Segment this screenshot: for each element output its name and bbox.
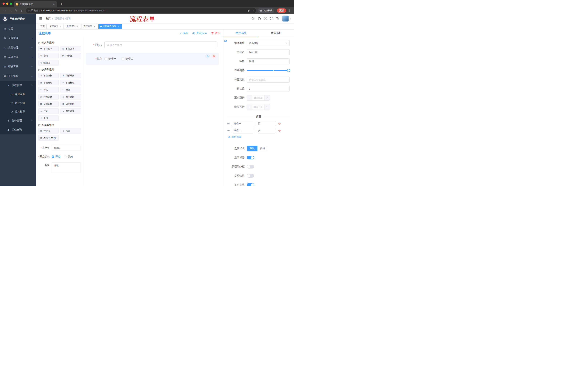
option-value-input[interactable] — [256, 121, 276, 126]
bookmark-star-icon[interactable]: ☆ — [252, 9, 254, 12]
palette-item-checkbox-group[interactable]: ☑多选框组 — [60, 80, 81, 85]
sidebar-item-payment-mgmt[interactable]: ¥ 支付管理 ∨ — [0, 43, 36, 53]
sidebar-item-leave-query[interactable]: ♟ 请假查询 — [0, 125, 36, 134]
palette-item-single-text[interactable]: ▭单行文本 — [38, 46, 59, 51]
palette-item-time-range[interactable]: ◶时间范围 — [60, 94, 81, 100]
window-zoom-button[interactable] — [10, 2, 12, 5]
status-off-radio[interactable]: 关闭 — [64, 154, 73, 159]
option-label-input[interactable] — [231, 128, 254, 133]
palette-item-switch[interactable]: ⊶开关 — [38, 87, 59, 93]
sidebar-item-dev-tools[interactable]: ⚒ 研发工具 ∨ — [0, 62, 36, 71]
security-warning-icon[interactable]: ⚠ — [28, 9, 30, 12]
style-button-button[interactable]: 按钮 — [257, 146, 268, 151]
window-close-button[interactable] — [2, 2, 5, 5]
default-value-input[interactable] — [247, 86, 290, 92]
tag-close-icon[interactable]: × — [59, 25, 62, 28]
decrement-button[interactable]: − — [247, 95, 252, 100]
label-width-input[interactable] — [247, 77, 290, 83]
palette-item-editor[interactable]: ¶编辑器 — [38, 60, 59, 65]
style-default-button[interactable]: 默认 — [247, 146, 257, 151]
window-minimize-button[interactable] — [6, 2, 8, 5]
disabled-toggle[interactable] — [247, 174, 254, 178]
title-input[interactable] — [247, 58, 290, 64]
sidebar-item-task-mgmt[interactable]: ⋔ 任务管理 ∨ — [0, 116, 36, 125]
palette-item-color-picker[interactable]: ◑颜色选择 — [60, 108, 81, 114]
back-icon[interactable]: ← — [2, 9, 7, 12]
component-type-select[interactable]: 多选框组 ∨ — [247, 40, 290, 46]
user-avatar-menu[interactable]: ∨ — [282, 15, 291, 22]
add-option-button[interactable]: ⊕ 添加选项 — [227, 134, 290, 140]
palette-item-table[interactable]: ⊞表格[开发中] — [38, 135, 59, 141]
sidebar-item-process-mgmt[interactable]: ≡ 流程管理 ∧ — [0, 81, 36, 90]
home-icon[interactable]: ⌂ — [19, 9, 24, 12]
palette-item-radio-group[interactable]: ◉单选框组 — [38, 80, 59, 85]
field-name-input[interactable] — [247, 49, 290, 55]
form-canvas[interactable]: 手机号 性别 选项一 选项二 — [83, 37, 223, 186]
palette-item-multi-text[interactable]: ▤多行文本 — [60, 46, 81, 51]
sidebar-item-infrastructure[interactable]: ▤ 基础设施 ∨ — [0, 53, 36, 62]
sidebar-item-user-group[interactable]: ◫ 用户分组 — [0, 99, 36, 107]
option-label-input[interactable] — [231, 121, 254, 126]
palette-item-cascader[interactable]: ⋔级联选择 — [60, 73, 81, 78]
browser-menu-icon[interactable]: ⋮ — [287, 9, 292, 12]
tab-form-props[interactable]: 表单属性 — [259, 30, 294, 37]
fullscreen-icon[interactable] — [270, 17, 273, 20]
delete-field-button[interactable] — [211, 54, 216, 58]
remove-option-icon[interactable]: ⊖ — [278, 122, 281, 125]
save-button[interactable]: ✓ 保存 — [179, 32, 188, 35]
form-name-input[interactable] — [52, 145, 81, 151]
github-icon[interactable] — [258, 17, 261, 20]
option-value-input[interactable] — [256, 128, 276, 133]
sidebar-item-workflow[interactable]: ▣ 工作流程 ∧ — [0, 71, 36, 81]
gender-option1-checkbox[interactable]: 选项一 — [105, 57, 116, 60]
sidebar-toggle-icon[interactable] — [39, 17, 42, 20]
palette-item-slider[interactable]: ⊷滑块 — [60, 87, 81, 93]
address-bar[interactable]: ⚠ 不安全 | dashboard.yudao.iocoder.cn/bpm/m… — [26, 8, 256, 13]
palette-item-upload[interactable]: ↥上传 — [38, 115, 59, 121]
sidebar-item-process-form[interactable]: ▭ 流程表单 — [0, 90, 36, 99]
option-drag-icon[interactable] — [227, 129, 230, 132]
show-label-toggle[interactable] — [247, 156, 254, 159]
increment-button[interactable]: + — [264, 104, 270, 110]
tag-close-icon[interactable]: × — [76, 25, 79, 28]
palette-item-counter[interactable]: №计数器 — [60, 53, 81, 58]
sidebar-item-home[interactable]: ◉ 首页 — [0, 24, 36, 33]
palette-item-row-container[interactable]: ▥行容器 — [38, 128, 59, 134]
clear-button[interactable]: 清空 — [211, 32, 220, 35]
canvas-field-phone[interactable]: 手机号 — [86, 40, 219, 50]
doc-link-icon[interactable] — [224, 39, 227, 43]
copy-field-button[interactable] — [205, 54, 210, 58]
required-toggle[interactable] — [247, 183, 254, 186]
tag-process-model[interactable]: 流程模型 × — [64, 24, 80, 29]
palette-item-button[interactable]: ◇按钮 — [60, 128, 81, 134]
max-count-stepper[interactable]: − 最多可选 + — [247, 104, 270, 110]
sidebar-item-process-model[interactable]: ↗ 流程模型 — [0, 107, 36, 116]
status-on-radio[interactable]: 开启 — [52, 154, 60, 159]
breadcrumb-home[interactable]: 首页 — [45, 17, 51, 20]
tag-home[interactable]: 首页 — [39, 24, 47, 29]
palette-item-password[interactable]: ⊙密码 — [38, 53, 59, 58]
forward-icon[interactable]: → — [8, 9, 13, 12]
canvas-field-gender[interactable]: 性别 选项一 选项二 — [86, 53, 219, 65]
slider-handle[interactable] — [287, 69, 290, 72]
palette-item-date-range[interactable]: ▩日期范围 — [60, 101, 81, 107]
search-icon[interactable] — [251, 17, 255, 20]
tab-close-icon[interactable]: × — [52, 3, 55, 6]
font-size-icon[interactable]: TT — [276, 17, 279, 20]
help-icon[interactable]: ? — [264, 17, 267, 20]
update-button[interactable]: 更新 — [277, 8, 286, 13]
phone-input[interactable] — [105, 42, 217, 48]
palette-item-time-picker[interactable]: ◷时间选择 — [38, 94, 59, 100]
password-key-icon[interactable] — [247, 9, 250, 12]
palette-item-date-picker[interactable]: ▦日期选择 — [38, 101, 59, 107]
reload-icon[interactable]: ↻ — [13, 9, 18, 12]
palette-item-rate[interactable]: ☆评分 — [38, 108, 59, 114]
sidebar-item-system-mgmt[interactable]: ⚙ 系统管理 ∨ — [0, 33, 36, 43]
tag-process-definition[interactable]: 流程定义 × — [48, 24, 63, 29]
tag-process-form[interactable]: 流程表单 × — [82, 24, 97, 29]
browser-tab[interactable]: 芋道管理系统 × — [14, 1, 57, 7]
view-json-button[interactable]: 查看json — [192, 32, 207, 35]
tag-close-icon[interactable]: × — [93, 25, 95, 28]
palette-item-select[interactable]: ∨下拉选择 — [38, 73, 59, 78]
gender-option2-checkbox[interactable]: 选项二 — [122, 57, 133, 60]
